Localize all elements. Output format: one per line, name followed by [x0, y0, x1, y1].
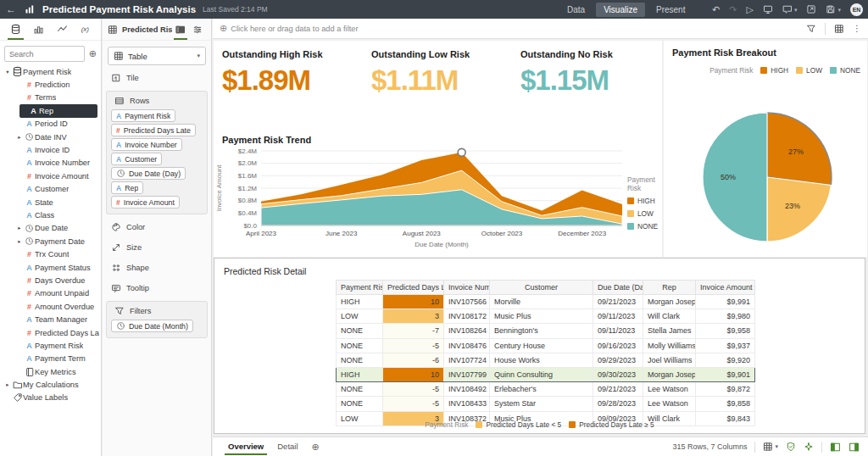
table-row[interactable]: HIGH10INV107566Morville09/21/2023Morgan …	[337, 295, 755, 309]
legend-low[interactable]: LOW	[796, 66, 822, 75]
tab-data-icon[interactable]	[5, 19, 26, 40]
avatar[interactable]: EN	[850, 3, 863, 16]
pill-invoice-number[interactable]: AInvoice Number	[111, 138, 182, 151]
table-row[interactable]: NONE-5INV108433System Star09/28/2023Lee …	[337, 397, 755, 411]
tree-item-amount-overdue[interactable]: #Amount Overdue	[0, 300, 101, 313]
export-icon[interactable]	[806, 4, 816, 14]
pie-chart[interactable]: 27%23%50%	[664, 78, 867, 256]
col-invoice-number[interactable]: Invoice Number	[444, 281, 490, 295]
canvas-tab-overview[interactable]: Overview	[221, 438, 270, 455]
pill-predicted-days-late[interactable]: #Predicted Days Late	[111, 124, 196, 136]
comments-icon[interactable]: ▾	[782, 4, 798, 14]
toggle-left-panel-icon[interactable]	[830, 442, 841, 453]
add-dataset-icon[interactable]: ⊕	[89, 48, 97, 59]
risk-detail-table[interactable]: Payment RiskPredicted Days LateInvoice N…	[336, 280, 755, 426]
tree-item-customer[interactable]: ACustomer	[0, 183, 101, 196]
tree-item-trx-count[interactable]: #Trx Count	[0, 247, 101, 260]
tab-visualizations-icon[interactable]	[28, 19, 49, 40]
tree-item-prediction[interactable]: #Prediction	[0, 78, 101, 91]
color-drop-zone[interactable]: Color	[103, 220, 211, 235]
layout-grid-icon[interactable]: ▾	[763, 442, 778, 452]
legend-low[interactable]: LOW	[627, 209, 662, 218]
back-icon[interactable]: ←	[0, 3, 22, 15]
tree-item-class[interactable]: AClass	[0, 209, 101, 221]
pill-due-date-month[interactable]: Due Date (Month)	[111, 320, 193, 332]
tree-item-key-metrics[interactable]: Key Metrics	[0, 365, 101, 378]
kpi-outstanding-high-risk[interactable]: Outstanding High Risk$1.89M	[214, 41, 363, 128]
tree-item-payment-date[interactable]: ▸Payment Date	[0, 235, 101, 247]
col-predicted-days-late[interactable]: Predicted Days Late	[383, 281, 444, 295]
legend-none[interactable]: NONE	[830, 66, 860, 75]
mode-tab-present[interactable]: Present	[648, 3, 693, 17]
tree-item-my-calculations[interactable]: ▸My Calculations	[0, 378, 101, 391]
tree-item-invoice-amount[interactable]: #Invoice Amount	[0, 170, 101, 182]
refresh-data-icon[interactable]	[763, 4, 773, 14]
tree-item-amount-unpaid[interactable]: #Amount Unpaid	[0, 287, 101, 300]
tree-item-invoice-number[interactable]: AInvoice Number	[0, 157, 101, 170]
pill-customer[interactable]: ACustomer	[111, 153, 162, 165]
legend-high[interactable]: HIGH	[760, 66, 788, 75]
canvas-menu-icon[interactable]: ⋮	[853, 24, 861, 33]
add-canvas-icon[interactable]: ⊕	[312, 442, 320, 453]
pill-payment-risk[interactable]: APayment Risk	[111, 109, 175, 122]
kpi-outstanding-low-risk[interactable]: Outstanding Low Risk$1.11M	[363, 41, 512, 128]
filter-bar[interactable]: ⊕ Click here or drag data to add a filte…	[213, 19, 868, 39]
col-invoice-amount[interactable]: Invoice Amount ▼	[696, 281, 755, 295]
filters-drop-zone[interactable]: Filters Due Date (Month)	[106, 301, 208, 338]
table-row[interactable]: HIGH10INV107799Quinn Consulting09/30/202…	[337, 367, 755, 381]
filter-tools-icon[interactable]	[806, 24, 816, 34]
tree-item-terms[interactable]: #Terms	[0, 92, 101, 104]
canvas-tab-detail[interactable]: Detail	[270, 438, 304, 455]
shape-drop-zone[interactable]: Shape	[103, 260, 211, 275]
tree-item-due-date[interactable]: ▸Due Date	[0, 222, 101, 235]
legend-high[interactable]: HIGH	[627, 197, 662, 205]
col-customer[interactable]: Customer	[490, 281, 593, 295]
col-payment-risk[interactable]: Payment Risk	[337, 281, 383, 295]
save-icon[interactable]: ▾	[826, 4, 841, 14]
tree-item-period-id[interactable]: APeriod ID	[0, 118, 101, 131]
tree-item-payment-risk[interactable]: ▾Payment Risk	[0, 65, 101, 78]
tree-item-predicted-days-late[interactable]: #Predicted Days Late	[0, 326, 101, 339]
tree-item-payment-risk[interactable]: APayment Risk	[0, 339, 101, 352]
pie-chart-card[interactable]: Payment Risk Breakout Payment RiskHIGHLO…	[664, 41, 867, 257]
col-rep[interactable]: Rep	[643, 281, 696, 295]
size-drop-zone[interactable]: Size	[103, 240, 211, 255]
tree-item-value-labels[interactable]: Value Labels	[0, 392, 101, 404]
tree-item-invoice-id[interactable]: AInvoice ID	[0, 143, 101, 156]
tree-item-team-manager[interactable]: ATeam Manager	[0, 313, 101, 325]
mode-tab-visualize[interactable]: Visualize	[596, 3, 645, 17]
properties-pane-icon[interactable]	[189, 19, 206, 40]
data-quality-icon[interactable]	[786, 442, 796, 452]
rows-drop-zone[interactable]: Rows APayment Risk#Predicted Days LateAI…	[106, 91, 208, 214]
table-row[interactable]: LOW3INV108172Music Plus09/11/2023Will Cl…	[337, 309, 755, 324]
search-input[interactable]	[4, 46, 85, 62]
viz-tab-title[interactable]: Predicted Risk De...	[122, 25, 172, 34]
viz-type-select[interactable]: Table ▾	[108, 47, 206, 65]
detail-table-card[interactable]: Predicted Risk Detail Payment RiskPredic…	[214, 258, 865, 434]
table-row[interactable]: NONE-5INV108492Erlebacher's09/21/2023Lee…	[337, 382, 755, 397]
kpi-tiles[interactable]: Outstanding High Risk$1.89MOutstanding L…	[214, 41, 662, 128]
canvas-grid-icon[interactable]	[834, 24, 844, 34]
tooltip-drop-zone[interactable]: Tooltip	[103, 281, 211, 296]
tab-analytics-icon[interactable]	[52, 19, 73, 40]
pill-due-date-day[interactable]: Due Date (Day)	[111, 167, 186, 180]
pill-rep[interactable]: ARep	[111, 181, 143, 194]
trend-chart[interactable]: $0.0$0.4M$0.8M$1.2M$1.6M$2.0M$2.4MApril …	[214, 128, 662, 257]
insights-icon[interactable]	[804, 442, 814, 452]
table-row[interactable]: NONE-5INV108476Century House09/16/2023Mo…	[337, 338, 755, 353]
mode-tab-data[interactable]: Data	[559, 3, 593, 17]
tab-calculations-icon[interactable]: (x)	[75, 19, 96, 40]
tree-item-date-inv[interactable]: ▸Date INV	[0, 131, 101, 143]
kpi-outstanding-no-risk[interactable]: Outstanding No Risk$1.15M	[512, 41, 661, 128]
add-filter-icon[interactable]: ⊕	[220, 23, 227, 34]
tree-item-payment-term[interactable]: APayment Term	[0, 353, 101, 365]
pill-invoice-amount[interactable]: #Invoice Amount	[111, 196, 180, 209]
grammar-pane-icon[interactable]	[172, 19, 189, 40]
toggle-right-panel-icon[interactable]	[849, 442, 860, 453]
preview-icon[interactable]: ▷	[747, 5, 754, 14]
tile-drop-zone[interactable]: Tile	[103, 70, 211, 86]
col-due-date-day[interactable]: Due Date (Day)	[593, 281, 643, 295]
legend-none[interactable]: NONE	[627, 222, 662, 231]
tree-item-rep[interactable]: ARep	[19, 104, 97, 117]
table-row[interactable]: NONE-7INV108264Bennington's09/11/2023Ste…	[337, 324, 755, 338]
